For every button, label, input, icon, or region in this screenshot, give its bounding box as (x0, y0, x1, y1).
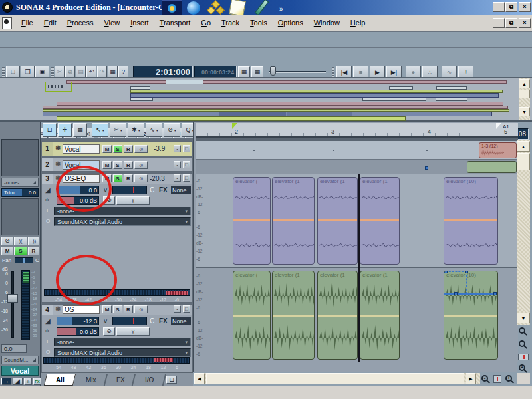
record-arm-button[interactable]: R (124, 305, 133, 313)
vertical-zoom-plus-button[interactable]: + (519, 364, 525, 371)
audio-clip[interactable]: elevator ( (233, 271, 271, 360)
interleave-button[interactable]: )( (116, 196, 150, 205)
envelope-node-dot[interactable] (333, 150, 334, 151)
horizontal-zoom-in-button[interactable]: + (505, 375, 512, 382)
quicklaunch-media-icon[interactable] (162, 0, 182, 16)
clip-lane-4[interactable]: -6-12dB--12-6 -6-12dB--12-6 elevator ( e… (196, 268, 518, 362)
fx-bin[interactable]: None (171, 186, 191, 194)
clips-scroll-right-button[interactable]: ▶ (466, 373, 476, 384)
menu-item-tools[interactable]: Tools (245, 17, 273, 29)
audio-clip[interactable]: elevator (1 (317, 177, 358, 265)
track-name-field[interactable]: Vocal (63, 160, 100, 170)
navigator-clip-strip[interactable] (219, 112, 286, 116)
inspector-mute-button[interactable]: M (1, 247, 13, 255)
envelope-node-dot[interactable] (253, 150, 255, 151)
input-dropdown[interactable]: -none-▾ (54, 338, 191, 346)
navigator-clip-strip[interactable] (130, 93, 499, 98)
menu-item-options[interactable]: Options (273, 17, 309, 29)
navigator-scroll-up-button[interactable]: ▲ (519, 79, 530, 88)
audio-clip[interactable]: elevator (10) (444, 177, 498, 265)
inspector-interleave-button[interactable]: )( (14, 237, 27, 245)
solo-button[interactable]: S (113, 305, 122, 313)
track-strip-1[interactable]: 1 ✱ Vocal M S R ·)) -3.9 - □ (41, 141, 193, 156)
strip-maximize-button[interactable]: □ (183, 305, 190, 313)
clip-lane-1[interactable]: 1-3 (12) (196, 141, 518, 160)
split-tool-button[interactable]: ✂▾ (110, 123, 126, 137)
navigator-clip-strip[interactable] (362, 98, 426, 101)
inspector-phase-button[interactable]: ⊘ (1, 237, 13, 245)
vertical-zoom-out-button[interactable]: - (519, 340, 525, 347)
solo-button[interactable]: S (113, 161, 122, 169)
strip-maximize-button[interactable]: □ (183, 145, 190, 152)
menu-item-edit[interactable]: Edit (39, 17, 62, 29)
navigator-scroll-down-button[interactable]: ▼ (519, 107, 530, 116)
inspector-record-button[interactable]: R (28, 247, 39, 255)
dock-button[interactable]: ⊟ (166, 376, 177, 384)
inspector-track-name[interactable]: Vocal (1, 366, 39, 376)
envelope-handle[interactable] (493, 292, 497, 295)
quicklaunch-diamonds-icon[interactable] (206, 1, 226, 15)
envelope-node[interactable] (425, 166, 428, 170)
audio-clip[interactable]: elevator (1 (360, 271, 400, 360)
strip-minimize-button[interactable]: - (174, 161, 181, 168)
record-arm-button[interactable]: R (124, 174, 133, 182)
output-echo-button[interactable]: ·)) (134, 305, 148, 313)
interleave-button[interactable]: )( (116, 327, 150, 336)
audio-clip-selected[interactable]: elevator (10) (444, 271, 498, 360)
navigator-view-rect[interactable] (45, 82, 72, 92)
inspector-volume-field[interactable]: 0.0 (1, 344, 27, 353)
horizontal-zoom-slider[interactable] (493, 375, 501, 383)
input-dropdown[interactable]: -none-▾ (54, 207, 191, 215)
tab-fx[interactable]: FX (106, 374, 136, 386)
envelope-tool-button[interactable]: ∿▾ (146, 123, 162, 137)
quicklaunch-pen-icon[interactable] (255, 0, 269, 15)
phase-button[interactable]: ⊘ (103, 327, 115, 336)
window-close-button[interactable]: × (519, 2, 531, 12)
navigator-clip-strip[interactable] (130, 98, 153, 101)
track-number[interactable]: 1 (42, 142, 53, 156)
strip-maximize-button[interactable]: □ (183, 161, 190, 168)
horizontal-zoom-out-button[interactable]: - (481, 375, 488, 382)
mute-button[interactable]: M (102, 305, 112, 313)
document-icon[interactable] (2, 17, 12, 29)
select-tool-button[interactable]: ↖▾ (92, 123, 108, 137)
inspector-fx-bin[interactable] (1, 198, 39, 235)
inspector-fx-tab[interactable]: FX (33, 378, 41, 385)
vertical-zoom-in-button[interactable] (519, 327, 525, 334)
output-echo-button[interactable]: ·)) (134, 174, 148, 182)
track-layout-button[interactable]: ▦ (73, 123, 87, 137)
track-name-field[interactable]: Vocal (63, 144, 100, 154)
tab-io[interactable]: I/O (134, 374, 166, 386)
mdi-restore-button[interactable]: ⧉ (505, 18, 517, 28)
menu-item-view[interactable]: View (98, 17, 125, 29)
mute-button[interactable]: M (102, 161, 112, 169)
gain-slider[interactable]: 0.0 dB (57, 196, 99, 205)
clips-scroll-up-button[interactable]: ▲ (517, 141, 530, 152)
inspector-solo-button[interactable]: S (14, 247, 27, 255)
track-strip-2[interactable]: 2 ✱ Vocal M S R ·)) - □ (41, 158, 193, 172)
envelope-handle[interactable] (465, 271, 468, 273)
draw-tool-button[interactable]: ✱▾ (128, 123, 144, 137)
menu-item-window[interactable]: Window (309, 17, 345, 29)
envelope-handle[interactable] (444, 271, 448, 273)
phase-button[interactable]: ⊘ (103, 196, 115, 205)
strip-minimize-button[interactable]: - (174, 174, 181, 182)
track-name-field[interactable]: OS-EQ (63, 174, 100, 183)
mute-button[interactable]: M (102, 174, 112, 182)
output-dropdown[interactable]: SoundMAX Digital Audio▾ (54, 348, 191, 357)
marker-flag[interactable] (496, 123, 501, 129)
output-echo-button[interactable]: ·)) (134, 145, 148, 153)
menu-item-file[interactable]: File (16, 17, 39, 29)
mute-tool-button[interactable]: ⊘▾ (164, 123, 180, 137)
audio-clip[interactable]: elevator (1 (272, 177, 315, 265)
volume-fader-track[interactable] (11, 271, 14, 338)
quicklaunch-more-chevron[interactable]: » (279, 5, 283, 13)
track-number[interactable]: 3 (42, 174, 53, 184)
clips-scroll-left-button[interactable]: ◀ (194, 373, 205, 384)
fx-bin[interactable]: None (171, 317, 191, 325)
volume-slider[interactable]: 0.0 (57, 186, 99, 194)
inspector-meter-tab[interactable]: ılı (24, 378, 32, 385)
record-arm-button[interactable]: R (124, 161, 133, 169)
menu-item-go[interactable]: Go (196, 17, 216, 29)
fit-tracks-button[interactable]: ✛ (58, 123, 72, 137)
